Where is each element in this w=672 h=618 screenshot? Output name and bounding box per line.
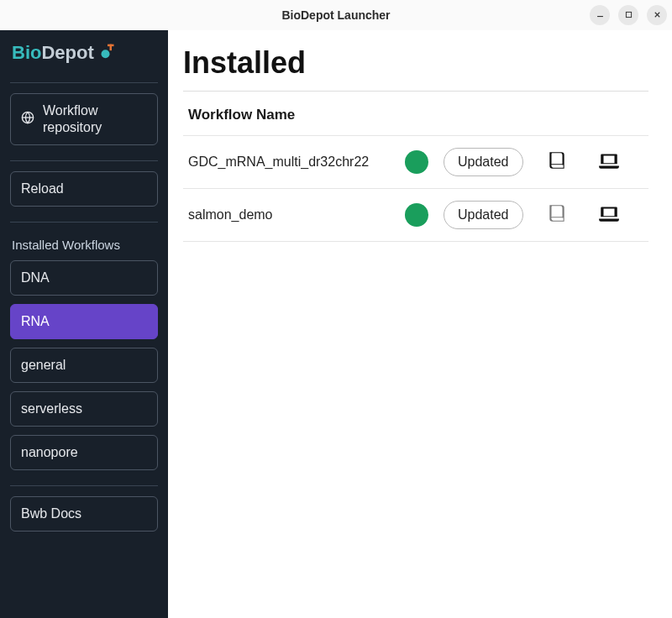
brand-depot: Depot — [41, 42, 93, 63]
status-indicator — [405, 203, 428, 227]
table-row: GDC_mRNA_multi_dr32chr22 Updated — [183, 135, 648, 188]
main-content: Installed Workflow Name GDC_mRNA_multi_d… — [168, 30, 672, 618]
docs-button[interactable] — [538, 149, 575, 175]
svg-point-4 — [101, 50, 109, 58]
category-serverless-button[interactable]: serverless — [10, 391, 158, 427]
status-pill[interactable]: Updated — [444, 148, 523, 176]
titlebar: BioDepot Launcher — [0, 0, 672, 30]
window-title: BioDepot Launcher — [281, 8, 390, 22]
status-pill[interactable]: Updated — [444, 201, 523, 229]
reload-label: Reload — [21, 181, 64, 197]
category-label: general — [21, 357, 66, 374]
maximize-button[interactable] — [618, 5, 638, 25]
workflow-name: salmon_demo — [188, 207, 390, 223]
minimize-button[interactable] — [590, 5, 610, 25]
bwb-docs-label: Bwb Docs — [21, 505, 81, 522]
column-header-name: Workflow Name — [183, 102, 648, 135]
sidebar: BioDepot Workflow repository — [0, 30, 168, 618]
category-general-button[interactable]: general — [10, 348, 158, 383]
close-button[interactable] — [647, 5, 667, 25]
maximize-icon — [624, 10, 633, 19]
page-title: Installed — [183, 45, 648, 81]
installed-workflows-label: Installed Workflows — [12, 238, 158, 252]
laptop-code-icon — [598, 149, 620, 175]
brand-logo: BioDepot — [10, 40, 158, 76]
svg-rect-1 — [626, 12, 631, 17]
category-nanopore-button[interactable]: nanopore — [10, 435, 158, 470]
category-label: nanopore — [21, 444, 78, 461]
globe-icon — [21, 111, 34, 128]
close-icon — [653, 10, 662, 19]
brand-icon — [99, 43, 116, 63]
category-label: RNA — [21, 313, 50, 330]
status-indicator — [405, 150, 428, 174]
svg-rect-10 — [551, 217, 562, 218]
launch-button[interactable] — [591, 149, 627, 175]
brand-bio: Bio — [12, 42, 41, 63]
book-icon — [546, 202, 568, 228]
workflow-repo-label: Workflow repository — [43, 102, 147, 136]
bwb-docs-button[interactable]: Bwb Docs — [10, 496, 158, 532]
docs-button[interactable] — [538, 202, 575, 228]
window-controls — [590, 5, 667, 25]
minimize-icon — [596, 10, 605, 19]
category-label: serverless — [21, 401, 82, 417]
category-dna-button[interactable]: DNA — [10, 260, 158, 296]
table-row: salmon_demo Updated — [183, 188, 648, 242]
book-icon — [546, 149, 568, 175]
launch-button[interactable] — [591, 202, 627, 228]
workflow-repository-button[interactable]: Workflow repository — [10, 93, 158, 145]
workflow-name: GDC_mRNA_multi_dr32chr22 — [188, 154, 390, 170]
laptop-code-icon — [598, 202, 620, 228]
svg-rect-6 — [109, 45, 112, 51]
category-rna-button[interactable]: RNA — [10, 304, 158, 339]
category-label: DNA — [21, 270, 50, 286]
reload-button[interactable]: Reload — [10, 171, 158, 207]
svg-rect-9 — [551, 165, 562, 165]
